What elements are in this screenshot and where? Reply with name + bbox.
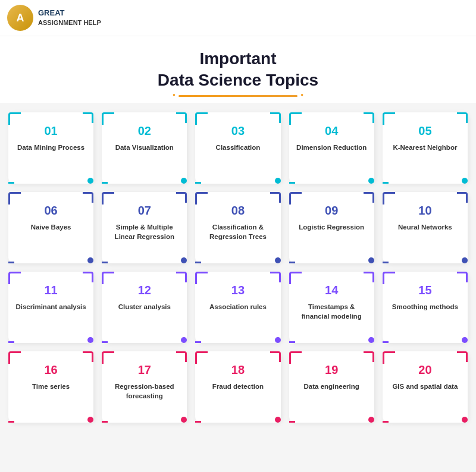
- card-bracket-bottom: [8, 262, 14, 263]
- topic-card-01: 01Data Mining Process: [8, 112, 93, 184]
- card-bracket-right: [270, 272, 281, 282]
- topic-label: K-Nearest Neighbor: [393, 143, 457, 152]
- card-bracket-bottom: [289, 341, 295, 343]
- topic-number: 04: [325, 124, 338, 138]
- topic-number: 15: [418, 284, 431, 297]
- topic-number: 08: [231, 204, 245, 218]
- topic-card-08: 08Classification & Regression Trees: [195, 192, 280, 263]
- topic-number: 10: [418, 204, 431, 218]
- topic-card-14: 14Timestamps & financial modeling: [289, 272, 374, 343]
- topic-label: Data Mining Process: [17, 143, 84, 152]
- card-bracket-right: [364, 351, 374, 362]
- topic-number: 05: [418, 124, 431, 138]
- card-bracket-bottom: [195, 262, 201, 263]
- topic-card-10: 10Neural Networks: [383, 192, 468, 263]
- card-bracket-right: [457, 351, 468, 362]
- topic-card-02: 02Data Visualization: [102, 112, 187, 184]
- topic-label: Fraud detection: [212, 382, 264, 391]
- card-bracket-bottom: [289, 421, 295, 423]
- card-bracket-right: [83, 351, 93, 362]
- topic-card-11: 11Discriminant analysis: [8, 272, 93, 343]
- topic-card-15: 15Smoothing methods: [383, 272, 468, 343]
- topic-number: 20: [418, 363, 431, 377]
- topic-label: Regression-based forecasting: [108, 382, 181, 401]
- header: A GREAT ASSIGNMENT HELP: [0, 0, 476, 36]
- topic-number: 16: [44, 363, 57, 377]
- card-bracket-right: [364, 272, 374, 282]
- topic-label: Association rules: [209, 302, 267, 311]
- card-bracket-bottom: [195, 182, 201, 184]
- topic-number: 03: [231, 124, 245, 138]
- card-bracket-bottom: [383, 182, 389, 184]
- card-bracket-bottom: [195, 421, 201, 423]
- topic-label: GIS and spatial data: [392, 382, 458, 391]
- card-bracket-right: [83, 112, 93, 123]
- logo-text: GREAT ASSIGNMENT HELP: [38, 8, 101, 27]
- topic-number: 14: [325, 284, 338, 297]
- card-bracket-right: [176, 272, 187, 282]
- card-bracket-bottom: [289, 262, 295, 263]
- topic-card-18: 18Fraud detection: [195, 351, 280, 423]
- topic-label: Dimension Reduction: [296, 143, 367, 152]
- topic-card-03: 03Classification: [195, 112, 280, 184]
- topic-label: Neural Networks: [398, 222, 452, 232]
- topic-label: Classification & Regression Trees: [201, 222, 274, 241]
- card-bracket-right: [364, 112, 374, 123]
- topic-label: Data Visualization: [115, 143, 174, 152]
- topic-number: 06: [44, 204, 57, 218]
- card-bracket-right: [270, 112, 281, 123]
- title-area: Important Data Science Topics: [0, 36, 476, 103]
- card-bracket-right: [83, 272, 93, 282]
- topic-label: Classification: [216, 143, 261, 152]
- topic-card-20: 20GIS and spatial data: [383, 351, 468, 423]
- topic-label: Data engineering: [304, 382, 359, 391]
- topic-card-16: 16Time series: [8, 351, 93, 423]
- card-bracket-bottom: [383, 341, 389, 343]
- topic-number: 19: [325, 363, 338, 377]
- logo-icon: A: [7, 5, 33, 31]
- topic-card-17: 17Regression-based forecasting: [102, 351, 187, 423]
- topic-number: 12: [138, 284, 151, 297]
- topic-card-06: 06Naive Bayes: [8, 192, 93, 263]
- title-decoration: [178, 95, 298, 97]
- topic-label: Simple & Multiple Linear Regression: [108, 222, 181, 241]
- card-bracket-right: [176, 112, 187, 123]
- card-bracket-right: [176, 192, 187, 203]
- topics-grid: 01Data Mining Process02Data Visualizatio…: [0, 103, 476, 432]
- card-bracket-bottom: [8, 182, 14, 184]
- topic-number: 07: [138, 204, 151, 218]
- card-bracket-bottom: [383, 421, 389, 423]
- topic-number: 18: [231, 363, 245, 377]
- topic-card-09: 09Logistic Regression: [289, 192, 374, 263]
- card-bracket-bottom: [383, 262, 389, 263]
- topic-label: Smoothing methods: [392, 302, 458, 311]
- topic-label: Cluster analysis: [118, 302, 171, 311]
- card-bracket-right: [457, 112, 468, 123]
- card-bracket-bottom: [289, 182, 295, 184]
- card-bracket-right: [270, 192, 281, 203]
- card-bracket-bottom: [8, 341, 14, 343]
- card-bracket-right: [176, 351, 187, 362]
- topic-card-13: 13Association rules: [195, 272, 280, 343]
- card-bracket-bottom: [8, 421, 14, 423]
- card-bracket-bottom: [102, 262, 108, 263]
- card-bracket-right: [457, 272, 468, 282]
- card-bracket-right: [83, 192, 93, 203]
- topic-number: 11: [44, 284, 57, 297]
- topic-label: Logistic Regression: [299, 222, 364, 232]
- card-bracket-right: [457, 192, 468, 203]
- card-bracket-bottom: [102, 421, 108, 423]
- topic-card-05: 05K-Nearest Neighbor: [383, 112, 468, 184]
- topic-number: 01: [44, 124, 57, 138]
- topic-card-04: 04Dimension Reduction: [289, 112, 374, 184]
- topic-label: Discriminant analysis: [15, 302, 86, 311]
- card-bracket-bottom: [102, 341, 108, 343]
- card-bracket-right: [270, 351, 281, 362]
- topic-label: Timestamps & financial modeling: [295, 302, 368, 321]
- page-title: Important Data Science Topics: [0, 48, 476, 92]
- card-bracket-right: [364, 192, 374, 203]
- card-bracket-bottom: [195, 341, 201, 343]
- topic-number: 09: [325, 204, 338, 218]
- topic-number: 17: [138, 363, 151, 377]
- card-bracket-bottom: [102, 182, 108, 184]
